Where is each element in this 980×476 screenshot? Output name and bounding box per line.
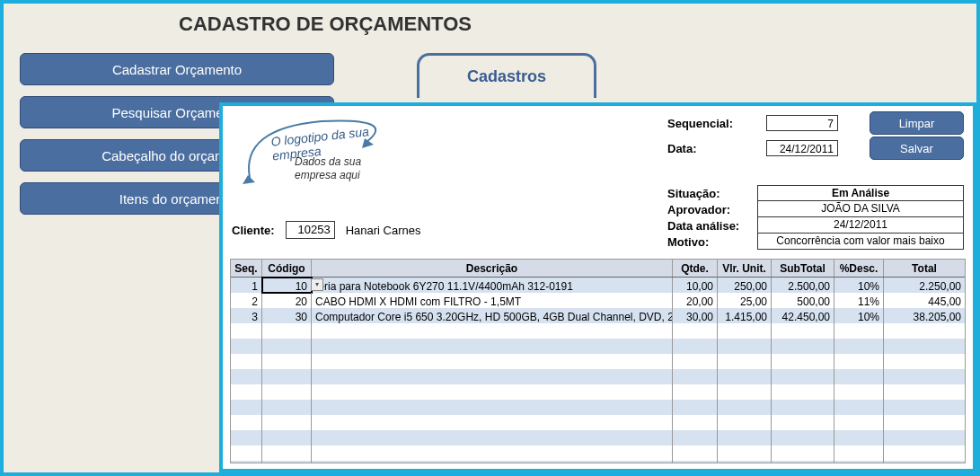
cell-descricao[interactable]: CABO HDMI X HDMI com FILTRO - 1,5MT (312, 293, 673, 308)
cell-subtotal[interactable] (772, 445, 834, 461)
table-row[interactable] (231, 369, 965, 384)
cell-descricao[interactable] (312, 369, 673, 384)
table-row[interactable]: 220CABO HDMI X HDMI com FILTRO - 1,5MT20… (231, 293, 965, 308)
cell-total[interactable] (884, 323, 965, 339)
cell-subtotal[interactable] (772, 415, 834, 430)
cell-unit[interactable] (718, 339, 772, 354)
table-row[interactable] (231, 415, 965, 430)
cell-subtotal[interactable]: 500,00 (772, 293, 834, 308)
cell-descricao[interactable] (312, 430, 673, 445)
data-value[interactable]: 24/12/2011 (766, 140, 838, 156)
table-row[interactable] (231, 384, 965, 400)
cell-subtotal[interactable] (772, 430, 834, 445)
cell-codigo[interactable] (262, 369, 312, 384)
cell-seq[interactable] (231, 354, 262, 369)
cell-seq[interactable] (231, 384, 262, 400)
cell-qtde[interactable] (673, 461, 718, 463)
cell-unit[interactable] (718, 369, 772, 384)
cell-descricao[interactable]: teria para Notebook 6Y270 11.1V/4400mAh … (312, 278, 673, 293)
cell-unit[interactable] (718, 445, 772, 461)
cell-total[interactable] (884, 415, 965, 430)
cell-qtde[interactable] (673, 445, 718, 461)
cell-qtde[interactable] (673, 400, 718, 415)
cell-descricao[interactable] (312, 339, 673, 354)
grid-body[interactable]: 110▾teria para Notebook 6Y270 11.1V/4400… (231, 278, 965, 463)
cell-codigo[interactable]: 30 (262, 308, 312, 323)
cell-desc[interactable] (834, 415, 884, 430)
cell-total[interactable] (884, 430, 965, 445)
sequencial-value[interactable]: 7 (766, 115, 838, 131)
cell-descricao[interactable] (312, 445, 673, 461)
salvar-button[interactable]: Salvar (870, 137, 964, 160)
cell-unit[interactable] (718, 354, 772, 369)
cell-subtotal[interactable]: 42.450,00 (772, 308, 834, 323)
cell-codigo[interactable] (262, 415, 312, 430)
cell-qtde[interactable]: 30,00 (673, 308, 718, 323)
cell-seq[interactable] (231, 415, 262, 430)
cell-desc[interactable]: 10% (834, 278, 884, 293)
cell-descricao[interactable] (312, 461, 673, 463)
cell-subtotal[interactable] (772, 323, 834, 339)
cell-unit[interactable] (718, 384, 772, 400)
cell-subtotal[interactable] (772, 369, 834, 384)
cell-seq[interactable]: 2 (231, 293, 262, 308)
cell-total[interactable]: 445,00 (884, 293, 965, 308)
cell-qtde[interactable] (673, 384, 718, 400)
table-row[interactable] (231, 461, 965, 463)
cell-desc[interactable] (834, 354, 884, 369)
cell-subtotal[interactable] (772, 354, 834, 369)
cell-codigo[interactable]: 10▾ (262, 278, 312, 293)
cell-subtotal[interactable] (772, 384, 834, 400)
cell-desc[interactable] (834, 339, 884, 354)
cell-seq[interactable] (231, 339, 262, 354)
cell-codigo[interactable] (262, 430, 312, 445)
cell-total[interactable] (884, 369, 965, 384)
cell-desc[interactable] (834, 445, 884, 461)
cell-descricao[interactable] (312, 354, 673, 369)
table-row[interactable] (231, 354, 965, 369)
cell-qtde[interactable] (673, 415, 718, 430)
table-row[interactable] (231, 323, 965, 339)
cell-seq[interactable]: 1 (231, 278, 262, 293)
cell-qtde[interactable] (673, 339, 718, 354)
cell-seq[interactable] (231, 400, 262, 415)
tab-cadastros[interactable]: Cadastros (417, 53, 596, 98)
dropdown-icon[interactable]: ▾ (311, 278, 323, 291)
cell-unit[interactable]: 250,00 (718, 278, 772, 293)
cell-subtotal[interactable] (772, 339, 834, 354)
cell-unit[interactable] (718, 461, 772, 463)
cell-total[interactable] (884, 400, 965, 415)
table-row[interactable]: 330Computador Core i5 650 3.20GHz, HD 50… (231, 308, 965, 323)
cell-subtotal[interactable] (772, 400, 834, 415)
cell-total[interactable]: 2.250,00 (884, 278, 965, 293)
cliente-code[interactable]: 10253 (286, 221, 335, 239)
cell-unit[interactable] (718, 323, 772, 339)
cell-descricao[interactable] (312, 323, 673, 339)
cell-total[interactable] (884, 461, 965, 463)
table-row[interactable] (231, 445, 965, 461)
cell-codigo[interactable] (262, 384, 312, 400)
cell-codigo[interactable] (262, 461, 312, 463)
cell-descricao[interactable]: Computador Core i5 650 3.20GHz, HD 500GB… (312, 308, 673, 323)
cell-total[interactable] (884, 445, 965, 461)
cell-subtotal[interactable] (772, 461, 834, 463)
cell-qtde[interactable] (673, 323, 718, 339)
table-row[interactable]: 110▾teria para Notebook 6Y270 11.1V/4400… (231, 278, 965, 293)
cell-seq[interactable] (231, 430, 262, 445)
cell-desc[interactable] (834, 430, 884, 445)
cell-unit[interactable]: 1.415,00 (718, 308, 772, 323)
cell-unit[interactable]: 25,00 (718, 293, 772, 308)
cell-descricao[interactable] (312, 400, 673, 415)
cell-desc[interactable] (834, 400, 884, 415)
cell-subtotal[interactable]: 2.500,00 (772, 278, 834, 293)
cell-codigo[interactable] (262, 339, 312, 354)
cell-seq[interactable] (231, 369, 262, 384)
cell-codigo[interactable]: 20 (262, 293, 312, 308)
cell-descricao[interactable] (312, 415, 673, 430)
cell-codigo[interactable] (262, 323, 312, 339)
cell-seq[interactable]: 3 (231, 308, 262, 323)
cell-codigo[interactable] (262, 354, 312, 369)
cell-codigo[interactable] (262, 445, 312, 461)
table-row[interactable] (231, 430, 965, 445)
items-grid[interactable]: Seq. Código Descrição Qtde. Vlr. Unit. S… (230, 259, 966, 463)
